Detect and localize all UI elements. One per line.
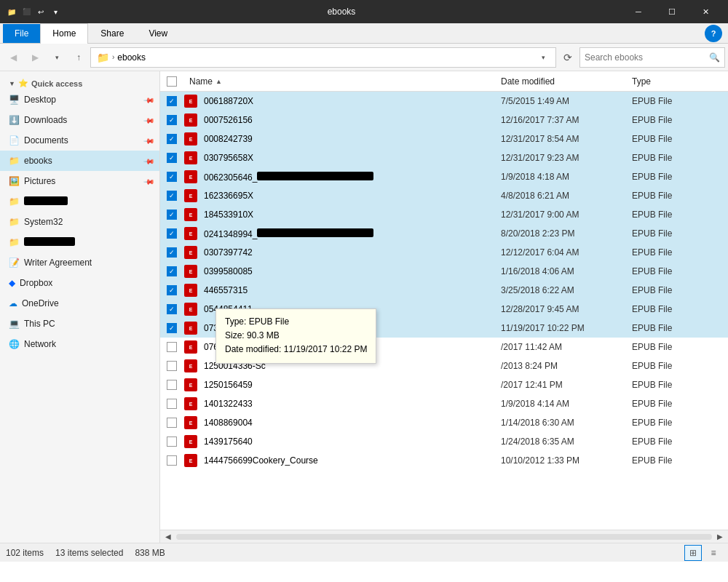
- sidebar-item-writer[interactable]: 📝 Writer Agreement: [0, 252, 159, 273]
- minimize-button[interactable]: ─: [622, 0, 655, 23]
- address-dropdown-button[interactable]: ▾: [537, 51, 550, 64]
- table-row[interactable]: E1250156459/2017 12:41 PMEPUB File: [160, 375, 728, 394]
- sidebar-item-thispc[interactable]: 💻 This PC: [0, 314, 159, 334]
- table-row[interactable]: ✓E054485441112/28/2017 9:45 AMEPUB File: [160, 300, 728, 319]
- row-checkbox[interactable]: ✓: [160, 210, 183, 220]
- view-details-button[interactable]: ⊞: [684, 545, 702, 561]
- sidebar-item-system32[interactable]: 📁 System32: [0, 212, 159, 232]
- checkbox-checked[interactable]: ✓: [167, 304, 177, 314]
- row-checkbox[interactable]: ✓: [160, 228, 183, 239]
- maximize-button[interactable]: ☐: [655, 0, 689, 23]
- hscroll-track[interactable]: [176, 534, 712, 540]
- table-row[interactable]: ✓E000752615612/16/2017 7:37 AMEPUB File: [160, 111, 728, 129]
- checkbox-checked[interactable]: ✓: [167, 134, 177, 144]
- row-checkbox[interactable]: [160, 361, 183, 371]
- checkbox-checked[interactable]: ✓: [167, 247, 177, 258]
- checkbox-checked[interactable]: ✓: [167, 191, 177, 201]
- row-checkbox[interactable]: [160, 455, 183, 466]
- checkbox-checked[interactable]: ✓: [167, 266, 177, 276]
- back-button[interactable]: ◀: [3, 47, 23, 68]
- row-checkbox[interactable]: ✓: [160, 323, 183, 333]
- sidebar-item-ebooks[interactable]: 📁 ebooks 📌: [0, 151, 159, 171]
- table-row[interactable]: E0761178422She/2017 11:42 AMEPUB File: [160, 338, 728, 356]
- row-checkbox[interactable]: [160, 399, 183, 409]
- checkbox-unchecked[interactable]: [167, 418, 177, 428]
- horizontal-scrollbar[interactable]: ◀ ▶: [160, 530, 728, 543]
- sidebar-item-network[interactable]: 🌐 Network: [0, 334, 159, 354]
- dropdown-history-button[interactable]: ▾: [47, 47, 67, 68]
- row-checkbox[interactable]: ✓: [160, 172, 183, 182]
- header-check[interactable]: [160, 76, 183, 87]
- row-checkbox[interactable]: ✓: [160, 247, 183, 258]
- table-row[interactable]: ✓E4465573153/25/2018 6:22 AMEPUB File: [160, 281, 728, 300]
- tab-share[interactable]: Share: [88, 23, 136, 43]
- table-row[interactable]: E14391756401/24/2018 6:35 AMEPUB File: [160, 432, 728, 451]
- undo-icon[interactable]: ↩: [35, 6, 47, 17]
- select-all-checkbox[interactable]: [167, 76, 177, 87]
- checkbox-checked[interactable]: ✓: [167, 210, 177, 220]
- forward-button[interactable]: ▶: [25, 47, 45, 68]
- table-row[interactable]: E1444756699Cookery_Course10/10/2012 1:33…: [160, 451, 728, 470]
- row-checkbox[interactable]: ✓: [160, 96, 183, 106]
- checkbox-checked[interactable]: ✓: [167, 115, 177, 125]
- quick-access-section[interactable]: ▼ ⭐ Quick access: [0, 74, 159, 89]
- col-header-type[interactable]: Type: [626, 76, 728, 87]
- checkbox-unchecked[interactable]: [167, 380, 177, 390]
- title-bar-dropdown-icon[interactable]: ▾: [50, 6, 61, 17]
- sidebar-item-desktop[interactable]: 🖥️ Desktop 📌: [0, 89, 159, 110]
- checkbox-checked[interactable]: ✓: [167, 172, 177, 182]
- table-row[interactable]: ✓E030739774212/12/2017 6:04 AMEPUB File: [160, 243, 728, 262]
- table-row[interactable]: ✓E006188720X7/5/2015 1:49 AMEPUB File: [160, 92, 728, 111]
- row-checkbox[interactable]: [160, 436, 183, 447]
- tab-file[interactable]: File: [3, 24, 40, 43]
- row-checkbox[interactable]: ✓: [160, 266, 183, 276]
- checkbox-unchecked[interactable]: [167, 399, 177, 409]
- tab-view[interactable]: View: [136, 23, 180, 43]
- table-row[interactable]: ✓E0241348994_8/20/2018 2:23 PMEPUB File: [160, 224, 728, 243]
- help-button[interactable]: ?: [705, 25, 722, 42]
- table-row[interactable]: ✓E000824273912/31/2017 8:54 AMEPUB File: [160, 129, 728, 148]
- row-checkbox[interactable]: [160, 418, 183, 428]
- row-checkbox[interactable]: ✓: [160, 304, 183, 314]
- col-header-name[interactable]: Name ▲: [183, 76, 495, 87]
- checkbox-unchecked[interactable]: [167, 342, 177, 352]
- hscroll-left[interactable]: ◀: [162, 530, 175, 543]
- sidebar-item-onedrive[interactable]: ☁ OneDrive: [0, 293, 159, 314]
- checkbox-checked[interactable]: ✓: [167, 96, 177, 106]
- row-checkbox[interactable]: [160, 342, 183, 352]
- row-checkbox[interactable]: ✓: [160, 134, 183, 144]
- checkbox-unchecked[interactable]: [167, 455, 177, 466]
- table-row[interactable]: ✓E162336695X4/8/2018 6:21 AMEPUB File: [160, 186, 728, 205]
- row-checkbox[interactable]: ✓: [160, 115, 183, 125]
- search-input[interactable]: [585, 52, 706, 63]
- table-row[interactable]: E14088690041/14/2018 6:30 AMEPUB File: [160, 413, 728, 432]
- table-row[interactable]: E14013224331/9/2018 4:14 AMEPUB File: [160, 394, 728, 413]
- checkbox-checked[interactable]: ✓: [167, 323, 177, 333]
- checkbox-checked[interactable]: ✓: [167, 153, 177, 163]
- close-button[interactable]: ✕: [689, 0, 722, 23]
- checkbox-checked[interactable]: ✓: [167, 228, 177, 239]
- up-button[interactable]: ↑: [68, 47, 89, 68]
- refresh-button[interactable]: ⟳: [558, 47, 578, 68]
- table-row[interactable]: ✓E184533910X12/31/2017 9:00 AMEPUB File: [160, 205, 728, 224]
- table-row[interactable]: ✓E03995800851/16/2018 4:06 AMEPUB File: [160, 262, 728, 281]
- address-path[interactable]: 📁 › ebooks ▾: [90, 47, 556, 68]
- checkbox-checked[interactable]: ✓: [167, 285, 177, 295]
- row-checkbox[interactable]: ✓: [160, 153, 183, 163]
- view-list-button[interactable]: ≡: [705, 545, 722, 561]
- sidebar-item-black2[interactable]: 📁: [0, 232, 159, 252]
- sidebar-item-pictures[interactable]: 🖼️ Pictures 📌: [0, 171, 159, 191]
- sidebar-item-documents[interactable]: 📄 Documents 📌: [0, 130, 159, 151]
- checkbox-unchecked[interactable]: [167, 436, 177, 447]
- table-row[interactable]: ✓E0062305646_1/9/2018 4:18 AMEPUB File: [160, 167, 728, 186]
- row-checkbox[interactable]: ✓: [160, 191, 183, 201]
- row-checkbox[interactable]: ✓: [160, 285, 183, 295]
- checkbox-unchecked[interactable]: [167, 361, 177, 371]
- table-row[interactable]: ✓E030795658X12/31/2017 9:23 AMEPUB File: [160, 148, 728, 167]
- sidebar-item-black1[interactable]: 📁: [0, 191, 159, 212]
- table-row[interactable]: ✓E073521606111/19/2017 10:22 PMEPUB File: [160, 319, 728, 338]
- row-checkbox[interactable]: [160, 380, 183, 390]
- sidebar-item-dropbox[interactable]: ◆ Dropbox: [0, 273, 159, 293]
- sidebar-item-downloads[interactable]: ⬇️ Downloads 📌: [0, 110, 159, 130]
- col-header-date[interactable]: Date modified: [495, 76, 626, 87]
